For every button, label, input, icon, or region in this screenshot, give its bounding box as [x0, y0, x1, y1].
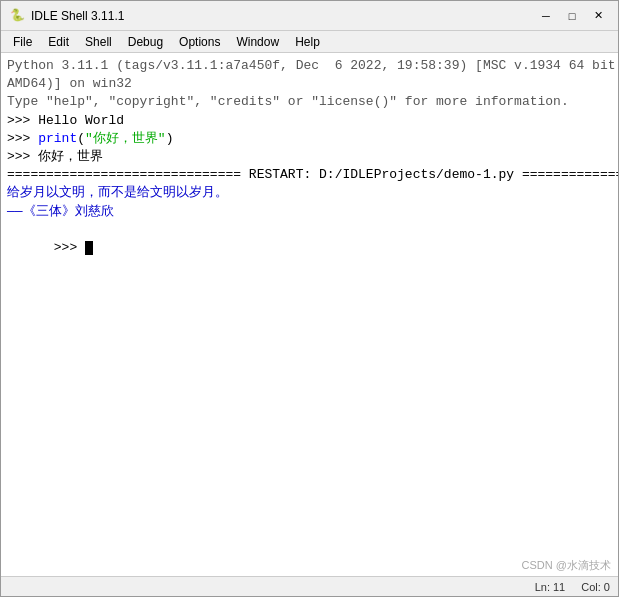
menu-debug[interactable]: Debug [120, 31, 171, 52]
window-title: IDLE Shell 3.11.1 [31, 9, 534, 23]
hello-world-output: Hello World [38, 113, 124, 128]
col-number: Col: 0 [581, 581, 610, 593]
print-string: "你好，世界" [85, 131, 166, 146]
print-paren-open: ( [77, 131, 85, 146]
python-version-line1: Python 3.11.1 (tags/v3.11.1:a7a450f, Dec… [7, 57, 612, 75]
window-controls: ─ □ ✕ [534, 6, 610, 26]
chinese-output-line: >>> 你好，世界 [7, 148, 612, 166]
prompt-symbol: >>> [7, 113, 38, 128]
watermark: CSDN @水滴技术 [522, 558, 611, 573]
python-version-line2: AMD64)] on win32 [7, 75, 612, 93]
text-cursor [85, 241, 93, 255]
menu-file[interactable]: File [5, 31, 40, 52]
menu-shell[interactable]: Shell [77, 31, 120, 52]
menu-options[interactable]: Options [171, 31, 228, 52]
print-paren-close: ) [166, 131, 174, 146]
close-button[interactable]: ✕ [586, 6, 610, 26]
status-bar: Ln: 11 Col: 0 [1, 576, 618, 596]
print-keyword: print [38, 131, 77, 146]
restart-separator: ============================== RESTART: … [7, 166, 612, 184]
menu-edit[interactable]: Edit [40, 31, 77, 52]
quote-line1: 给岁月以文明，而不是给文明以岁月。 [7, 184, 612, 202]
python-info-line: Type "help", "copyright", "credits" or "… [7, 93, 612, 111]
active-prompt-symbol: >>> [54, 240, 85, 255]
line-number: Ln: 11 [535, 581, 566, 593]
title-bar: 🐍 IDLE Shell 3.11.1 ─ □ ✕ [1, 1, 618, 31]
maximize-button[interactable]: □ [560, 6, 584, 26]
menu-bar: File Edit Shell Debug Options Window Hel… [1, 31, 618, 53]
menu-window[interactable]: Window [228, 31, 287, 52]
prompt-hello-world: >>> Hello World [7, 112, 612, 130]
quote-line2: ——《三体》刘慈欣 [7, 203, 612, 221]
prompt-symbol-3: >>> [7, 149, 38, 164]
main-window: 🐍 IDLE Shell 3.11.1 ─ □ ✕ File Edit Shel… [0, 0, 619, 597]
app-icon: 🐍 [9, 8, 25, 24]
prompt-symbol-2: >>> [7, 131, 38, 146]
prompt-print: >>> print("你好，世界") [7, 130, 612, 148]
shell-output[interactable]: Python 3.11.1 (tags/v3.11.1:a7a450f, Dec… [1, 53, 618, 576]
active-prompt-line[interactable]: >>> [7, 221, 612, 276]
minimize-button[interactable]: ─ [534, 6, 558, 26]
menu-help[interactable]: Help [287, 31, 328, 52]
chinese-output-text: 你好，世界 [38, 149, 103, 164]
